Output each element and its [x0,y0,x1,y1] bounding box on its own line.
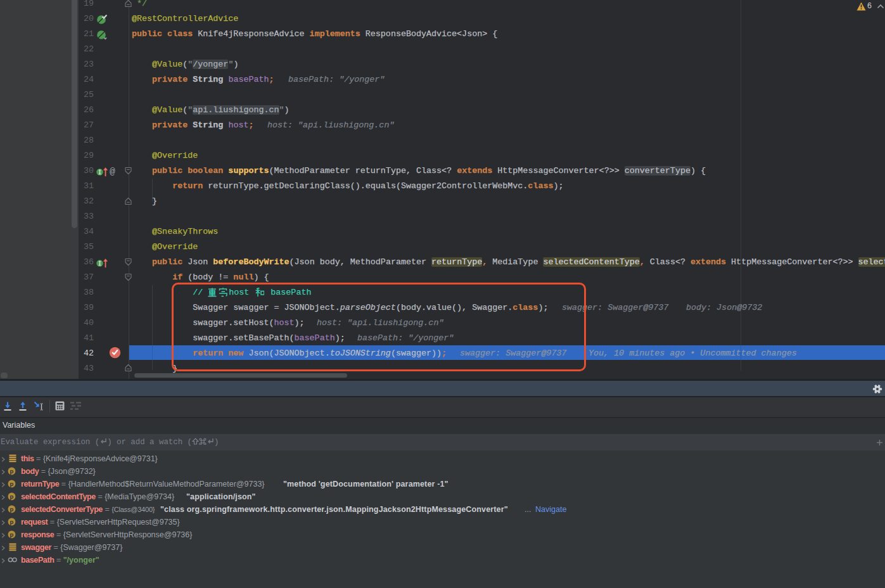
svg-text:p: p [10,518,13,525]
svg-text:p: p [10,468,13,475]
svg-text:p: p [10,480,13,487]
svg-text:p: p [10,493,13,500]
svg-text:p: p [10,531,13,538]
svg-text:p: p [10,506,13,513]
